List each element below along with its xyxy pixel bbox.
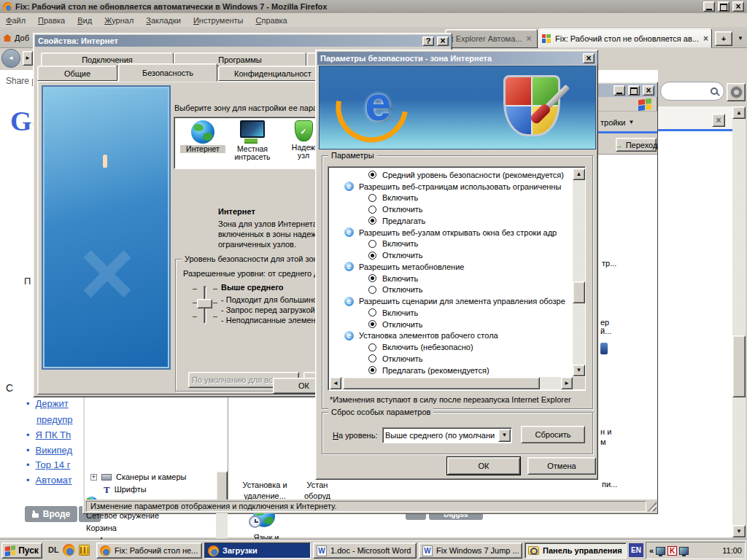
radio-icon[interactable] — [368, 171, 376, 179]
setting-row[interactable]: Отключить — [330, 353, 572, 365]
scroll-up-button[interactable]: ▲ — [732, 106, 746, 119]
page-link-item[interactable]: предупр — [36, 414, 73, 425]
scroll-left-button[interactable]: ◄ — [330, 377, 341, 389]
tab-security[interactable]: Безопасность — [118, 63, 217, 82]
setting-row[interactable]: Средний уровень безопасности (рекомендуе… — [330, 169, 572, 181]
minimize-icon[interactable] — [614, 85, 625, 96]
back-button[interactable]: ◄ — [1, 49, 20, 68]
taskbar-button[interactable]: Fix Windows 7 Jump ... — [419, 542, 522, 559]
scrollbar-track[interactable] — [573, 180, 585, 365]
menu-tools[interactable]: Инструменты — [193, 16, 244, 25]
tree-item[interactable]: Корзина — [86, 522, 117, 534]
close-icon[interactable] — [583, 53, 595, 63]
page-link-item[interactable]: •Держит — [26, 398, 69, 409]
security-titlebar[interactable]: Параметры безопасности - зона Интернета — [317, 52, 597, 65]
help-icon[interactable] — [422, 36, 434, 46]
menu-edit[interactable]: Правка — [38, 16, 65, 25]
page-link-item[interactable]: •Автомат — [26, 475, 72, 486]
radio-icon[interactable] — [368, 240, 376, 248]
language-indicator[interactable]: EN — [629, 543, 643, 557]
setting-row[interactable]: Предлагать (рекомендуется) — [330, 365, 572, 376]
reset-level-combobox[interactable]: Выше среднего (по умолчани ▼ — [382, 427, 512, 443]
share-fragment[interactable]: Share p — [6, 76, 36, 86]
combo-dropdown-button[interactable]: ▼ — [498, 429, 511, 442]
network-icon[interactable] — [679, 547, 689, 555]
page-link-item[interactable]: •Я ПК Th — [26, 429, 71, 440]
page-link-item[interactable]: •Википед — [26, 445, 72, 456]
tab-general[interactable]: Общие — [37, 66, 117, 81]
settings-dropdown-fragment[interactable]: тройки ▼ — [600, 115, 637, 130]
quick-launch-dl[interactable]: DL — [48, 545, 59, 554]
radio-icon[interactable] — [368, 252, 376, 260]
radio-icon[interactable] — [368, 308, 376, 316]
quick-launch-firefox-icon[interactable] — [63, 544, 75, 556]
radio-icon[interactable] — [368, 217, 376, 225]
notification-close-icon[interactable] — [712, 114, 725, 127]
page-link-item[interactable]: •Тор 14 г — [26, 459, 70, 470]
setting-row[interactable]: Отключить — [330, 249, 572, 261]
resize-grip[interactable] — [648, 502, 657, 511]
radio-icon[interactable] — [368, 343, 376, 351]
close-icon[interactable] — [732, 1, 744, 12]
scrollbar-thumb[interactable] — [573, 281, 585, 303]
page-scrollbar[interactable]: ▲ ▼ — [732, 106, 746, 537]
taskbar-button-pressed[interactable]: Панель управления — [525, 542, 627, 559]
tab-active[interactable]: Fix: Рабочий стол не обновляется ав... — [538, 28, 712, 48]
taskbar-button[interactable]: 1.doc - Microsoft Word — [313, 542, 417, 559]
taskbar-button[interactable]: Fix: Рабочий стол не... — [96, 542, 202, 559]
settings-listbox[interactable]: Средний уровень безопасности (рекомендуе… — [328, 166, 586, 391]
setting-row[interactable]: Предлагать — [330, 215, 572, 227]
go-button[interactable]: → Переход — [616, 138, 657, 152]
setting-row[interactable]: Отключить — [330, 203, 572, 215]
menu-help[interactable]: Справка — [256, 16, 287, 25]
search-input[interactable] — [660, 82, 724, 101]
restore-icon[interactable] — [718, 1, 729, 12]
zone-internet[interactable]: Интернет — [180, 120, 225, 153]
new-tab-button[interactable]: + — [715, 31, 732, 46]
tree-item[interactable]: T Шрифты — [104, 483, 147, 495]
radio-icon[interactable] — [368, 320, 376, 328]
cancel-button[interactable]: Отмена — [527, 457, 596, 475]
scrollbar-thumb[interactable] — [732, 335, 746, 397]
tab-background[interactable]: t Explorer Автома... — [445, 29, 538, 48]
firefox-titlebar[interactable]: Fix: Рабочий стол не обновляется автомат… — [0, 0, 747, 13]
close-icon[interactable] — [643, 85, 654, 96]
tab-close-icon[interactable] — [526, 34, 531, 43]
maximize-icon[interactable] — [628, 85, 640, 96]
radio-icon[interactable] — [368, 206, 376, 214]
menu-view[interactable]: Вид — [77, 16, 92, 25]
setting-row[interactable]: Отключить — [330, 284, 572, 296]
tab-overflow-chevron-icon[interactable]: ▼ — [738, 36, 743, 42]
setting-row[interactable]: Включить — [330, 238, 572, 250]
setting-row[interactable]: Включить — [330, 273, 572, 284]
network-icon[interactable] — [656, 547, 665, 555]
minimize-icon[interactable] — [703, 1, 715, 12]
properties-titlebar[interactable]: Свойства: Интернет — [35, 35, 452, 47]
menu-file[interactable]: Файл — [6, 16, 26, 25]
menu-history[interactable]: Журнал — [104, 16, 133, 25]
forward-button[interactable]: ► — [23, 51, 33, 66]
tray-chevron-icon[interactable]: « — [649, 546, 654, 555]
slider-thumb[interactable] — [197, 299, 212, 308]
scrollbar-track[interactable] — [732, 119, 746, 525]
kaspersky-icon[interactable] — [667, 546, 677, 556]
setting-row[interactable]: Отключить — [330, 319, 572, 330]
scroll-down-button[interactable]: ▼ — [732, 525, 746, 537]
scrollbar-thumb[interactable] — [343, 377, 540, 389]
ok-button[interactable]: ОК — [447, 457, 520, 475]
bookmark-fragment[interactable]: Доб — [3, 34, 29, 42]
reset-button[interactable]: Сбросить — [521, 426, 585, 443]
tab-close-icon[interactable] — [703, 34, 708, 43]
tree-item[interactable]: Сканеры и камеры — [90, 471, 186, 483]
scroll-up-button[interactable]: ▲ — [573, 168, 585, 180]
icon-label[interactable]: Установка иудаление... — [237, 480, 293, 502]
expand-icon[interactable] — [90, 474, 97, 481]
radio-icon[interactable] — [368, 354, 376, 362]
scroll-right-button[interactable]: ► — [561, 377, 573, 389]
search-icon[interactable] — [711, 88, 718, 95]
radio-icon[interactable] — [368, 366, 376, 374]
tab-privacy[interactable]: Конфиденциальност — [218, 66, 328, 81]
zone-intranet[interactable]: Местная интрасеть — [230, 120, 275, 161]
icon-label[interactable]: Устаноборуд — [294, 480, 341, 502]
scroll-down-button[interactable]: ▼ — [573, 365, 585, 376]
